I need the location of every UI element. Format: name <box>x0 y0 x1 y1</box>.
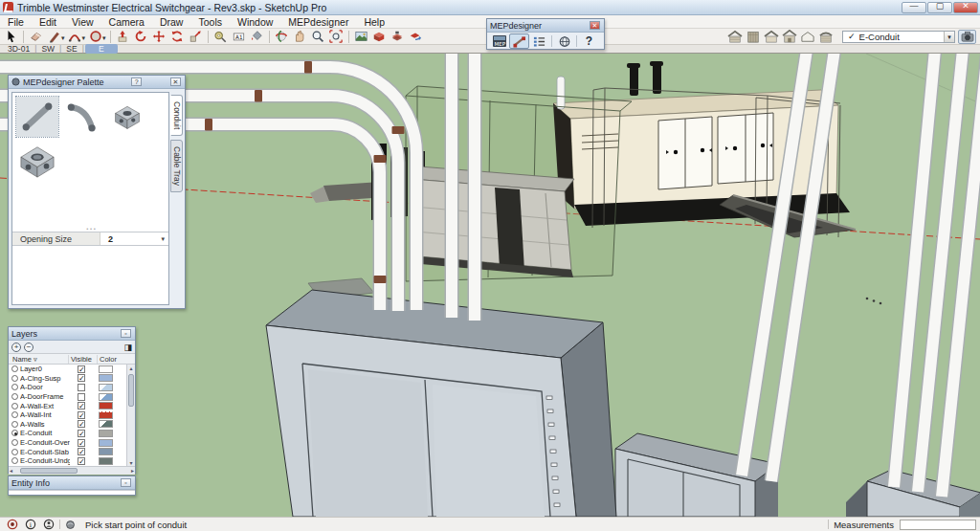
layer-radio[interactable] <box>11 430 18 436</box>
active-layer-combo[interactable]: ✓ E-Conduit ▾ <box>842 31 955 43</box>
close-button[interactable]: ✕ <box>953 2 978 13</box>
help-icon[interactable]: ? <box>579 33 599 49</box>
menu-file[interactable]: File <box>0 15 32 29</box>
pan-tool[interactable] <box>291 30 309 44</box>
palette-item-straight-conduit[interactable] <box>16 97 58 137</box>
menu-tools[interactable]: Tools <box>190 15 230 29</box>
connection-icon[interactable] <box>65 520 76 530</box>
close-icon[interactable]: ✕ <box>590 21 600 30</box>
arc-dropdown-icon[interactable]: ▾ <box>82 34 86 42</box>
layer-radio[interactable] <box>11 439 18 446</box>
layer-row-A-Walls[interactable]: A-Walls✓ <box>9 420 135 430</box>
layer-radio[interactable] <box>11 393 18 400</box>
layer-row-A-Door[interactable]: A-Door <box>9 383 135 392</box>
camera-view-button[interactable] <box>958 30 976 44</box>
layer-row-A-Wall-Ext[interactable]: A-Wall-Ext✓ <box>9 401 135 410</box>
pushpull-tool[interactable] <box>114 30 132 44</box>
layer-color-swatch[interactable] <box>99 374 113 382</box>
scene-tab-e[interactable]: E <box>85 44 118 54</box>
layer-visible-checkbox[interactable]: ✓ <box>78 374 85 382</box>
menu-window[interactable]: Window <box>230 15 280 29</box>
layer-color-swatch[interactable] <box>99 384 113 391</box>
credits-icon[interactable]: i <box>25 519 36 530</box>
mepdesigner-toolbar[interactable]: MEPdesigner ✕ MEP ? <box>486 18 605 50</box>
opening-size-dropdown-icon[interactable]: ▾ <box>161 235 165 243</box>
layer-radio[interactable] <box>11 421 18 428</box>
layer-radio[interactable] <box>11 403 18 409</box>
layers-panel[interactable]: Layers ▫ + − ◨ Name ▿ Visible Color ▴▾ L… <box>8 326 136 474</box>
zoom-tool[interactable] <box>309 30 327 44</box>
maximize-button[interactable]: ▢ <box>927 2 952 13</box>
layer-row-Layer0[interactable]: Layer0✓ <box>9 365 135 374</box>
measurements-input[interactable] <box>900 520 976 530</box>
building-view-icon-2[interactable] <box>744 30 762 44</box>
layer-radio[interactable] <box>11 449 18 455</box>
move-tool[interactable] <box>150 30 168 44</box>
draw-conduit-icon[interactable] <box>509 33 529 49</box>
layer-visible-checkbox[interactable]: ✓ <box>78 439 85 447</box>
switchgear-row[interactable] <box>412 166 574 277</box>
layer-row-A-Clng-Susp[interactable]: A-Clng-Susp✓ <box>9 374 135 384</box>
sign-in-icon[interactable] <box>43 519 55 530</box>
palette-item-junction-box-large[interactable] <box>16 141 58 181</box>
conduit-list-icon[interactable] <box>529 33 549 49</box>
title-bar[interactable]: Trimble Westminster Electrical Switchgea… <box>0 0 980 15</box>
scene-tab-sw[interactable]: SW <box>37 44 58 54</box>
rotate-tool[interactable] <box>168 30 187 44</box>
add-layer-button[interactable]: + <box>11 343 21 352</box>
export-tool[interactable] <box>407 30 425 44</box>
layer-radio[interactable] <box>11 457 18 464</box>
layer-row-A-Wall-Int[interactable]: A-Wall-Int✓ <box>9 410 135 420</box>
entity-info-collapse-icon[interactable]: ▫ <box>121 478 131 487</box>
layer-radio[interactable] <box>11 411 18 418</box>
layer-radio[interactable] <box>11 375 18 382</box>
menu-help[interactable]: Help <box>356 15 392 29</box>
layer-color-swatch[interactable] <box>99 448 113 455</box>
select-tool[interactable] <box>2 30 20 44</box>
palette-tab-cable-tray[interactable]: Cable Tray <box>170 140 183 192</box>
layer-radio[interactable] <box>11 365 18 372</box>
layers-titlebar[interactable]: Layers ▫ <box>9 327 135 341</box>
layer-color-swatch[interactable] <box>99 420 113 428</box>
layer-color-swatch[interactable] <box>99 411 113 419</box>
palette-close-icon[interactable]: ✕ <box>170 77 181 86</box>
layer-visible-checkbox[interactable]: ✓ <box>78 365 85 373</box>
palette-titlebar[interactable]: MEPdesigner Palette ? ✕ <box>9 76 185 89</box>
opening-size-value[interactable]: 2 <box>100 234 113 244</box>
layers-details-icon[interactable]: ◨ <box>123 343 132 352</box>
circle-dropdown-icon[interactable]: ▾ <box>102 34 106 42</box>
layer-radio[interactable] <box>11 384 18 390</box>
layer-visible-checkbox[interactable]: ✓ <box>78 402 85 409</box>
eraser-tool[interactable] <box>27 30 45 44</box>
menu-edit[interactable]: Edit <box>32 15 64 29</box>
building-view-icon-6[interactable] <box>816 30 835 44</box>
layer-color-swatch[interactable] <box>99 457 113 465</box>
menu-view[interactable]: View <box>64 15 101 29</box>
globe-icon[interactable] <box>554 33 574 49</box>
palette-item-elbow-conduit[interactable] <box>62 97 104 137</box>
combo-dropdown-icon[interactable]: ▾ <box>944 32 954 42</box>
palette-help-icon[interactable]: ? <box>131 77 142 86</box>
zoom-extents-tool[interactable] <box>327 30 345 44</box>
paint-bucket-tool[interactable] <box>248 30 266 44</box>
layer-color-swatch[interactable] <box>99 365 113 373</box>
layer-visible-checkbox[interactable] <box>78 384 85 391</box>
layer-row-E-Conduit-Overhead[interactable]: E-Conduit-Overhead✓ <box>9 438 135 448</box>
layer-row-E-Conduit-Undgroun[interactable]: E-Conduit-Undgroun✓ <box>9 456 135 466</box>
layer-visible-checkbox[interactable]: ✓ <box>78 457 85 465</box>
palette-splitter[interactable]: • • • <box>81 228 100 231</box>
layer-color-swatch[interactable] <box>99 439 113 447</box>
followme-tool[interactable] <box>132 30 150 44</box>
mepdesigner-palette[interactable]: MEPdesigner Palette ? ✕ • • • <box>8 75 186 309</box>
component-tool-2[interactable] <box>389 30 407 44</box>
layer-row-E-Conduit-Slab[interactable]: E-Conduit-Slab✓ <box>9 447 135 456</box>
layers-vertical-scrollbar[interactable]: ▴▾ <box>126 365 135 466</box>
building-view-icon-4[interactable] <box>780 30 798 44</box>
scene-tab-3d-01[interactable]: 3D-01 <box>4 44 33 54</box>
component-tool-1[interactable] <box>370 30 389 44</box>
layer-row-A-DoorFrame[interactable]: A-DoorFrame <box>9 392 135 402</box>
building-view-icon-3[interactable] <box>762 30 780 44</box>
remove-layer-button[interactable]: − <box>24 343 33 352</box>
scene-tab-se[interactable]: SE <box>62 44 80 54</box>
mepdesigner-toolbar-titlebar[interactable]: MEPdesigner ✕ <box>487 19 604 33</box>
